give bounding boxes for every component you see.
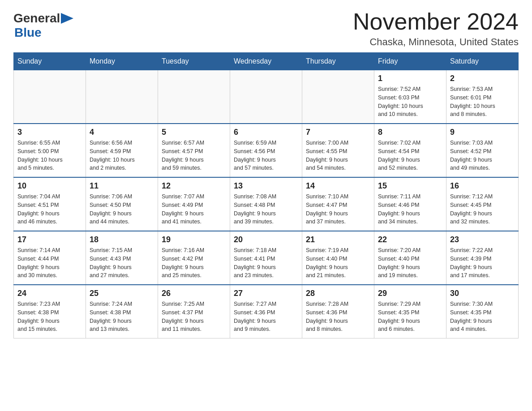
day-info: Sunrise: 7:28 AM Sunset: 4:36 PM Dayligh… (306, 300, 370, 334)
location-title: Chaska, Minnesota, United States (353, 36, 519, 48)
logo: General Blue (13, 9, 73, 40)
day-info: Sunrise: 7:10 AM Sunset: 4:47 PM Dayligh… (306, 193, 370, 226)
calendar-week-row: 17Sunrise: 7:14 AM Sunset: 4:44 PM Dayli… (14, 231, 519, 285)
calendar-week-row: 10Sunrise: 7:04 AM Sunset: 4:51 PM Dayli… (14, 177, 519, 231)
day-number: 23 (450, 235, 515, 244)
day-number: 8 (378, 128, 442, 137)
day-info: Sunrise: 7:00 AM Sunset: 4:55 PM Dayligh… (306, 139, 370, 172)
day-info: Sunrise: 7:29 AM Sunset: 4:35 PM Dayligh… (378, 300, 442, 334)
weekday-header-wednesday: Wednesday (230, 53, 302, 70)
title-section: November 2024 Chaska, Minnesota, United … (353, 9, 519, 48)
day-info: Sunrise: 7:24 AM Sunset: 4:38 PM Dayligh… (90, 300, 154, 334)
calendar-cell: 11Sunrise: 7:06 AM Sunset: 4:50 PM Dayli… (86, 177, 158, 231)
weekday-header-saturday: Saturday (446, 53, 519, 70)
day-info: Sunrise: 7:08 AM Sunset: 4:48 PM Dayligh… (234, 193, 298, 226)
calendar-week-row: 1Sunrise: 7:52 AM Sunset: 6:03 PM Daylig… (14, 70, 519, 124)
logo-arrow-icon (61, 13, 73, 24)
day-number: 14 (306, 181, 370, 191)
calendar-cell: 22Sunrise: 7:20 AM Sunset: 4:40 PM Dayli… (374, 231, 446, 285)
calendar-cell: 17Sunrise: 7:14 AM Sunset: 4:44 PM Dayli… (14, 231, 86, 285)
weekday-header-tuesday: Tuesday (158, 53, 230, 70)
day-number: 29 (378, 289, 442, 298)
day-info: Sunrise: 7:03 AM Sunset: 4:52 PM Dayligh… (450, 139, 515, 172)
logo-blue-text: Blue (14, 26, 42, 39)
day-info: Sunrise: 7:30 AM Sunset: 4:35 PM Dayligh… (450, 300, 515, 334)
day-info: Sunrise: 7:15 AM Sunset: 4:43 PM Dayligh… (90, 246, 154, 280)
day-number: 4 (90, 128, 154, 137)
day-number: 19 (162, 235, 226, 244)
day-info: Sunrise: 6:55 AM Sunset: 5:00 PM Dayligh… (17, 139, 82, 172)
day-info: Sunrise: 7:22 AM Sunset: 4:39 PM Dayligh… (450, 246, 515, 280)
calendar-cell: 13Sunrise: 7:08 AM Sunset: 4:48 PM Dayli… (230, 177, 302, 231)
day-info: Sunrise: 7:20 AM Sunset: 4:40 PM Dayligh… (378, 246, 442, 280)
day-number: 5 (162, 128, 226, 137)
day-number: 6 (234, 128, 298, 137)
svg-marker-0 (61, 13, 73, 24)
day-info: Sunrise: 7:18 AM Sunset: 4:41 PM Dayligh… (234, 246, 298, 280)
day-number: 13 (234, 181, 298, 191)
calendar-cell: 23Sunrise: 7:22 AM Sunset: 4:39 PM Dayli… (446, 231, 519, 285)
day-number: 24 (17, 289, 82, 298)
day-number: 9 (450, 128, 515, 137)
calendar-cell: 14Sunrise: 7:10 AM Sunset: 4:47 PM Dayli… (302, 177, 374, 231)
calendar-cell (230, 70, 302, 124)
logo-general-text: General (13, 11, 60, 26)
day-number: 11 (90, 181, 154, 191)
calendar-cell: 20Sunrise: 7:18 AM Sunset: 4:41 PM Dayli… (230, 231, 302, 285)
calendar-cell: 8Sunrise: 7:02 AM Sunset: 4:54 PM Daylig… (374, 124, 446, 177)
weekday-header-friday: Friday (374, 53, 446, 70)
calendar-cell: 3Sunrise: 6:55 AM Sunset: 5:00 PM Daylig… (14, 124, 86, 177)
calendar-cell: 30Sunrise: 7:30 AM Sunset: 4:35 PM Dayli… (446, 285, 519, 338)
day-info: Sunrise: 7:25 AM Sunset: 4:37 PM Dayligh… (162, 300, 226, 334)
calendar-cell: 19Sunrise: 7:16 AM Sunset: 4:42 PM Dayli… (158, 231, 230, 285)
day-number: 26 (162, 289, 226, 298)
day-info: Sunrise: 6:56 AM Sunset: 4:59 PM Dayligh… (90, 139, 154, 172)
calendar-cell: 7Sunrise: 7:00 AM Sunset: 4:55 PM Daylig… (302, 124, 374, 177)
day-info: Sunrise: 7:19 AM Sunset: 4:40 PM Dayligh… (306, 246, 370, 280)
day-info: Sunrise: 7:14 AM Sunset: 4:44 PM Dayligh… (17, 246, 82, 280)
calendar-cell: 2Sunrise: 7:53 AM Sunset: 6:01 PM Daylig… (446, 70, 519, 124)
weekday-header-monday: Monday (86, 53, 158, 70)
day-number: 12 (162, 181, 226, 191)
day-number: 15 (378, 181, 442, 191)
calendar-cell: 29Sunrise: 7:29 AM Sunset: 4:35 PM Dayli… (374, 285, 446, 338)
day-number: 18 (90, 235, 154, 244)
month-title: November 2024 (353, 9, 519, 34)
day-number: 1 (378, 74, 442, 83)
calendar-cell: 1Sunrise: 7:52 AM Sunset: 6:03 PM Daylig… (374, 70, 446, 124)
calendar-cell: 4Sunrise: 6:56 AM Sunset: 4:59 PM Daylig… (86, 124, 158, 177)
day-info: Sunrise: 7:23 AM Sunset: 4:38 PM Dayligh… (17, 300, 82, 334)
calendar-cell: 12Sunrise: 7:07 AM Sunset: 4:49 PM Dayli… (158, 177, 230, 231)
calendar-cell (86, 70, 158, 124)
calendar-cell: 5Sunrise: 6:57 AM Sunset: 4:57 PM Daylig… (158, 124, 230, 177)
day-info: Sunrise: 7:52 AM Sunset: 6:03 PM Dayligh… (378, 85, 442, 119)
day-number: 20 (234, 235, 298, 244)
calendar-cell: 15Sunrise: 7:11 AM Sunset: 4:46 PM Dayli… (374, 177, 446, 231)
day-number: 2 (450, 74, 515, 83)
calendar-cell: 18Sunrise: 7:15 AM Sunset: 4:43 PM Dayli… (86, 231, 158, 285)
weekday-header-sunday: Sunday (14, 53, 86, 70)
day-info: Sunrise: 7:06 AM Sunset: 4:50 PM Dayligh… (90, 193, 154, 226)
day-number: 7 (306, 128, 370, 137)
day-number: 27 (234, 289, 298, 298)
calendar-cell (158, 70, 230, 124)
day-number: 16 (450, 181, 515, 191)
day-number: 3 (17, 128, 82, 137)
day-info: Sunrise: 7:12 AM Sunset: 4:45 PM Dayligh… (450, 193, 515, 226)
day-number: 22 (378, 235, 442, 244)
calendar-cell (14, 70, 86, 124)
day-info: Sunrise: 7:07 AM Sunset: 4:49 PM Dayligh… (162, 193, 226, 226)
calendar-cell: 6Sunrise: 6:59 AM Sunset: 4:56 PM Daylig… (230, 124, 302, 177)
calendar-header-row: SundayMondayTuesdayWednesdayThursdayFrid… (14, 53, 519, 70)
calendar-cell: 26Sunrise: 7:25 AM Sunset: 4:37 PM Dayli… (158, 285, 230, 338)
calendar-table: SundayMondayTuesdayWednesdayThursdayFrid… (13, 52, 519, 338)
day-info: Sunrise: 7:53 AM Sunset: 6:01 PM Dayligh… (450, 85, 515, 119)
day-number: 21 (306, 235, 370, 244)
day-info: Sunrise: 7:11 AM Sunset: 4:46 PM Dayligh… (378, 193, 442, 226)
day-info: Sunrise: 7:02 AM Sunset: 4:54 PM Dayligh… (378, 139, 442, 172)
day-info: Sunrise: 6:57 AM Sunset: 4:57 PM Dayligh… (162, 139, 226, 172)
calendar-cell: 21Sunrise: 7:19 AM Sunset: 4:40 PM Dayli… (302, 231, 374, 285)
calendar-cell: 16Sunrise: 7:12 AM Sunset: 4:45 PM Dayli… (446, 177, 519, 231)
calendar-cell: 24Sunrise: 7:23 AM Sunset: 4:38 PM Dayli… (14, 285, 86, 338)
day-number: 10 (17, 181, 82, 191)
